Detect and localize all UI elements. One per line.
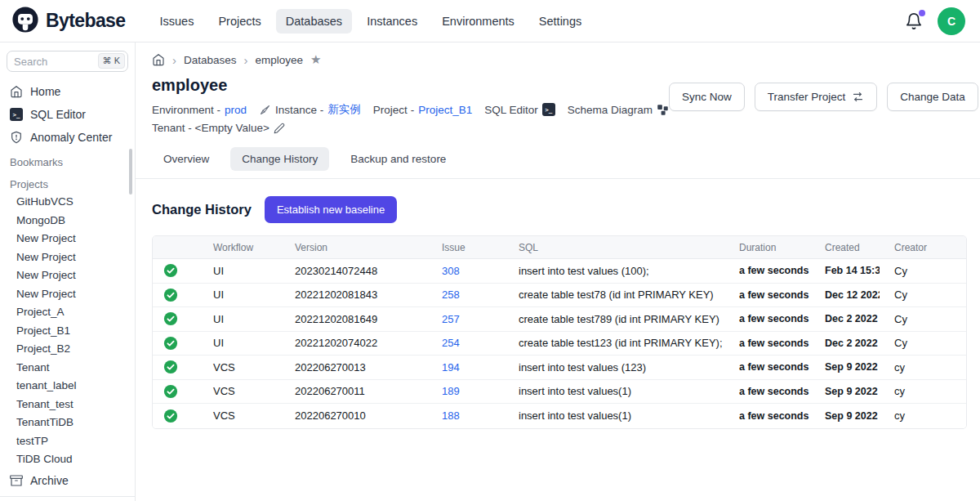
sidebar-project-item[interactable]: GitHubVCS — [0, 193, 135, 212]
sql-editor-link[interactable]: SQL Editor >_ — [484, 103, 555, 116]
workflow-cell: VCS — [198, 409, 280, 422]
notifications-button[interactable] — [905, 12, 923, 30]
version-cell: 20221202081843 — [280, 289, 427, 301]
instance-link[interactable]: 新实例 — [327, 102, 361, 117]
sidebar-project-item[interactable]: TiDB Cloud — [0, 450, 135, 469]
schema-diagram-link[interactable]: Schema Diagram — [568, 104, 669, 116]
sidebar-project-item[interactable]: Project_A — [0, 303, 135, 322]
nav-item[interactable]: Issues — [149, 9, 203, 34]
sidebar-item-anomaly-center[interactable]: Anomaly Center — [0, 126, 135, 149]
created-cell: Sep 9 2022 — [810, 386, 880, 397]
created-cell: Dec 2 2022 — [810, 338, 880, 349]
workflow-cell: UI — [198, 265, 280, 277]
issue-link[interactable]: 194 — [442, 361, 460, 374]
tenant-meta-row: Tenant - <Empty Value> — [152, 122, 669, 134]
issue-link[interactable]: 188 — [442, 409, 460, 422]
sidebar-project-item[interactable]: New Project — [0, 230, 135, 248]
issue-link[interactable]: 257 — [442, 313, 460, 325]
sidebar-project-item[interactable]: Tenant — [0, 359, 135, 378]
nav-item[interactable]: Settings — [529, 9, 591, 34]
nav-item[interactable]: Instances — [357, 9, 427, 34]
nav-item[interactable]: Environments — [432, 9, 524, 34]
workflow-cell: UI — [198, 337, 280, 349]
column-header-duration: Duration — [724, 242, 810, 253]
workflow-cell: VCS — [198, 385, 280, 397]
breadcrumb-item-employee[interactable]: employee — [256, 54, 304, 66]
table-row[interactable]: UI 20221202074022 254 create table test1… — [153, 332, 966, 356]
page-title: employee — [152, 76, 669, 95]
project-meta: Project - Project_B1 — [373, 104, 472, 116]
sidebar-project-item[interactable]: testTP — [0, 432, 135, 451]
sidebar-project-item[interactable]: tenant_label — [0, 377, 135, 396]
avatar[interactable]: C — [938, 7, 965, 35]
sql-editor-label: SQL Editor — [484, 104, 538, 116]
change-history-table: Workflow Version Issue SQL Duration Crea… — [152, 235, 967, 429]
sync-now-button[interactable]: Sync Now — [669, 83, 745, 111]
table-row[interactable]: UI 20221202081843 258 create table test7… — [153, 284, 966, 308]
tab[interactable]: Change History — [230, 147, 329, 171]
table-row[interactable]: VCS 202206270010 188 insert into test va… — [153, 404, 966, 428]
project-link[interactable]: Project_B1 — [418, 104, 472, 116]
database-tabs: OverviewChange HistoryBackup and restore — [136, 147, 980, 179]
nav-item[interactable]: Projects — [208, 9, 270, 34]
main-nav: IssuesProjectsDatabasesInstancesEnvironm… — [149, 9, 905, 34]
sidebar-project-item[interactable]: New Project — [0, 285, 135, 304]
table-body: UI 20230214072448 308 insert into test v… — [153, 259, 966, 428]
status-cell — [153, 360, 198, 374]
sidebar-item-archive[interactable]: Archive — [0, 469, 135, 492]
workflow-cell: VCS — [198, 361, 280, 374]
sidebar-project-item[interactable]: Tenant_test — [0, 396, 135, 414]
plan-label[interactable]: Enterprise Plan — [0, 496, 135, 501]
sidebar-section-bookmarks[interactable]: Bookmarks — [0, 149, 135, 171]
status-cell — [153, 336, 198, 351]
transfer-project-button[interactable]: Transfer Project — [755, 83, 878, 111]
edit-pencil-icon[interactable] — [274, 123, 285, 134]
favorite-star-icon[interactable]: ★ — [310, 52, 321, 67]
sidebar-project-item[interactable]: New Project — [0, 266, 135, 285]
sidebar-project-item[interactable]: TenantTiDB — [0, 414, 135, 432]
establish-baseline-button[interactable]: Establish new baseline — [265, 196, 397, 223]
sidebar-project-item[interactable]: New Project — [0, 248, 135, 267]
sidebar-scrollbar[interactable] — [129, 149, 132, 195]
version-cell: 202206270011 — [280, 385, 427, 397]
main-content: › Databases › employee ★ employee Enviro… — [136, 42, 980, 501]
workflow-cell: UI — [198, 313, 280, 325]
success-check-icon — [163, 263, 178, 278]
issue-link[interactable]: 254 — [442, 337, 460, 349]
tab[interactable]: Overview — [152, 147, 220, 171]
brand-name: Bytebase — [46, 10, 125, 32]
creator-cell: Cy — [880, 265, 966, 277]
archive-wrap: Archive Enterprise Plan — [0, 469, 135, 501]
brand[interactable]: Bytebase — [11, 6, 125, 37]
table-row[interactable]: VCS 202206270013 194 insert into test va… — [153, 356, 966, 380]
sidebar-project-item[interactable]: MongoDB — [0, 212, 135, 230]
table-row[interactable]: UI 20230214072448 308 insert into test v… — [153, 259, 966, 284]
sidebar-project-item[interactable]: Project_B1 — [0, 322, 135, 341]
issue-link[interactable]: 258 — [442, 289, 460, 301]
sidebar: ⌘ K Home >_ SQL Editor Anomaly Center Bo… — [0, 42, 136, 501]
sql-cell: insert into test values (123) — [504, 361, 724, 374]
change-data-button[interactable]: Change Data — [887, 83, 978, 111]
schema-diagram-icon — [657, 104, 669, 116]
breadcrumb-home-icon[interactable] — [152, 53, 165, 66]
column-header-creator: Creator — [880, 242, 966, 253]
transfer-arrows-icon — [852, 91, 864, 103]
sidebar-item-sql-editor[interactable]: >_ SQL Editor — [0, 103, 135, 126]
nav-item[interactable]: Databases — [276, 9, 352, 34]
sidebar-section-projects[interactable]: Projects — [0, 171, 135, 193]
issue-link[interactable]: 308 — [442, 265, 460, 277]
environment-label: Environment - — [152, 104, 220, 116]
table-row[interactable]: UI 20221202081649 257 create table test7… — [153, 307, 966, 332]
table-row[interactable]: VCS 202206270011 189 insert into test va… — [153, 380, 966, 405]
tab[interactable]: Backup and restore — [339, 147, 457, 171]
environment-meta: Environment - prod — [152, 104, 247, 116]
sidebar-item-home[interactable]: Home — [0, 80, 135, 103]
sidebar-project-item[interactable]: Project_B2 — [0, 340, 135, 359]
column-header-created: Created — [810, 242, 880, 253]
issue-link[interactable]: 189 — [442, 385, 460, 397]
environment-link[interactable]: prod — [225, 104, 247, 116]
breadcrumb-item-databases[interactable]: Databases — [184, 54, 237, 66]
creator-cell: cy — [880, 385, 966, 397]
duration-cell: a few seconds — [724, 386, 810, 397]
column-header-sql: SQL — [504, 242, 724, 253]
